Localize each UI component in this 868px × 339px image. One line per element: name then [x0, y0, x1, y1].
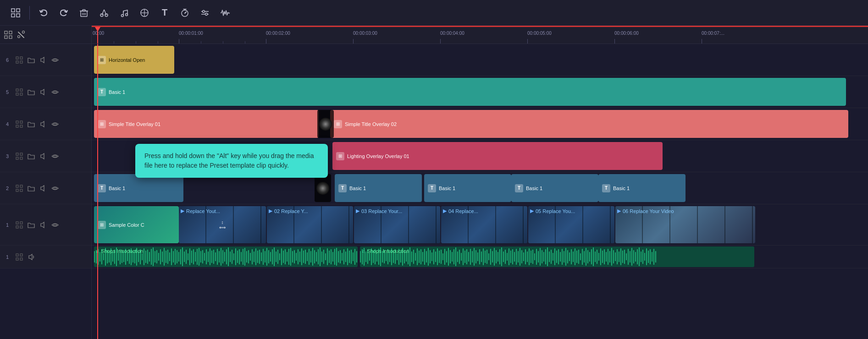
clip-basic1-t2a[interactable]: T Basic 1: [94, 174, 183, 202]
track-4-eye-icon[interactable]: [50, 120, 60, 129]
clip-replace-3[interactable]: ▶ 03 Replace Your...: [354, 206, 440, 243]
tracks-container[interactable]: ⊞ Horizontal Open T Basic 1 ⊞ Simple Tit…: [92, 44, 868, 339]
clip-shops-intro-1[interactable]: ♫ Shops Introduction: [94, 246, 358, 267]
svg-rect-54: [20, 153, 22, 155]
clip-simple-title-02[interactable]: ⊞ Simple Title Overlay 02: [330, 110, 848, 138]
track-5-audio-icon[interactable]: [39, 87, 48, 97]
text-button[interactable]: T: [156, 5, 173, 21]
redo-button[interactable]: [55, 5, 72, 21]
svg-rect-227: [369, 253, 370, 261]
time-ruler[interactable]: 00:00 00:00:01:00 00:00:02:00 00:00:03:0…: [92, 26, 868, 44]
track-1-folder-icon[interactable]: [27, 220, 36, 230]
track-2-audio-icon[interactable]: [39, 184, 48, 193]
svg-marker-63: [41, 186, 44, 191]
track-2-folder-icon[interactable]: [27, 184, 36, 193]
svg-rect-292: [488, 253, 489, 261]
pan-button[interactable]: [136, 5, 153, 21]
timer-button[interactable]: [177, 5, 193, 21]
clip-horizontal-open-label: Horizontal Open: [109, 57, 145, 63]
track-6-folder-icon[interactable]: [27, 55, 36, 65]
track-2-eye-icon[interactable]: [50, 184, 60, 193]
clip-basic1-t2b[interactable]: T Basic 1: [335, 174, 422, 202]
ruler-time-5: 00:00:05:00: [527, 31, 552, 36]
add-track-button[interactable]: [4, 30, 13, 39]
svg-rect-342: [580, 253, 581, 261]
undo-button[interactable]: [35, 5, 52, 21]
track-5-eye-icon[interactable]: [50, 87, 60, 97]
svg-marker-69: [41, 222, 44, 228]
track-6-audio-icon[interactable]: [39, 55, 48, 65]
svg-rect-1: [17, 9, 20, 12]
drag-indicator: ↕ ⟺: [219, 220, 226, 230]
svg-rect-242: [397, 253, 398, 261]
audio-track-volume-icon[interactable]: [27, 252, 36, 262]
track-4-folder-icon[interactable]: [27, 120, 36, 129]
svg-point-77: [316, 182, 329, 195]
svg-rect-47: [16, 121, 18, 123]
track-2-grid-icon: [15, 184, 24, 193]
clip-replace-6[interactable]: ▶ 06 Replace Your Video: [615, 206, 755, 243]
clip-basic1-track5[interactable]: T Basic 1: [94, 78, 846, 106]
equalizer-button[interactable]: [197, 5, 213, 21]
clip-replace-5-header: ▶ 05 Replace You...: [530, 208, 613, 214]
svg-rect-204: [325, 253, 326, 261]
clip-lighting-overlay-label: Lighting Overlay Overlay 01: [347, 153, 409, 159]
track-1-eye-icon[interactable]: [50, 220, 60, 230]
track-3-audio-icon[interactable]: [39, 152, 48, 161]
clip-lighting-overlay-icon: ⊞: [336, 152, 344, 160]
clip-replace-6-label: 06 Replace Your Video: [623, 208, 674, 214]
svg-point-15: [126, 13, 128, 16]
svg-rect-68: [20, 226, 22, 228]
grid-icon[interactable]: [7, 5, 24, 21]
cut-button[interactable]: [96, 5, 112, 21]
clip-shops-intro-1-header: ♫ Shops Introduction: [96, 248, 356, 254]
clip-basic1-t2d-icon: T: [515, 184, 523, 192]
track-row-1-main: ⊞ Sample Color C ↕ ⟺ ▶ Replace Yout: [92, 204, 868, 246]
svg-rect-66: [20, 222, 22, 224]
svg-rect-179: [279, 253, 280, 261]
clip-replace-4-header: ▶ 04 Replace...: [443, 208, 525, 214]
alt-key-tooltip: Press and hold down the "Alt" key while …: [135, 144, 328, 178]
music-button[interactable]: [116, 5, 133, 21]
svg-rect-129: [188, 253, 188, 261]
track-5-folder-icon[interactable]: [27, 87, 36, 97]
clip-sample-color[interactable]: ⊞ Sample Color C: [94, 206, 179, 243]
clip-replace-5[interactable]: ▶ 05 Replace You...: [528, 206, 614, 243]
clip-simple-title-02-label: Simple Title Overlay 02: [345, 121, 397, 127]
track-row-5: T Basic 1: [92, 76, 868, 108]
clip-lighting-overlay-01[interactable]: ⊞ Lighting Overlay Overlay 01: [332, 142, 663, 170]
clip-basic1-t2c[interactable]: T Basic 1: [424, 174, 511, 202]
svg-point-70: [54, 224, 56, 226]
track-3-eye-icon[interactable]: [50, 152, 60, 161]
clip-replace-2[interactable]: ▶ 02 Replace Y...: [267, 206, 353, 243]
svg-marker-39: [41, 57, 44, 63]
track-6-eye-icon[interactable]: [50, 55, 60, 65]
clip-shops-intro-2[interactable]: ♫ Shops Introduction: [360, 246, 754, 267]
clip-basic1-t2d[interactable]: T Basic 1: [511, 174, 598, 202]
audio-track-grid-icon: [15, 252, 24, 262]
svg-rect-36: [20, 57, 22, 59]
toolbar-divider-1: [29, 6, 30, 20]
svg-rect-213: [342, 253, 343, 261]
track-4-audio-icon[interactable]: [39, 120, 48, 129]
svg-rect-352: [598, 253, 599, 261]
delete-button[interactable]: [76, 5, 92, 21]
track-1-audio-icon[interactable]: [39, 220, 48, 230]
clip-replace-1[interactable]: ↕ ⟺ ▶ Replace Yout...: [179, 206, 266, 243]
svg-rect-42: [20, 89, 22, 91]
clip-shops-intro-1-label: Shops Introduction: [101, 248, 144, 254]
svg-rect-78: [94, 251, 95, 262]
waveform-button[interactable]: [217, 5, 233, 21]
transition-clip-2[interactable]: [315, 174, 331, 202]
track-3-folder-icon[interactable]: [27, 152, 36, 161]
clip-horizontal-open[interactable]: ⊞ Horizontal Open: [94, 46, 174, 74]
clip-replace-4[interactable]: ▶ 04 Replace...: [441, 206, 527, 243]
transition-clip-4[interactable]: [317, 110, 334, 138]
clip-simple-title-01-icon: ⊞: [98, 120, 106, 128]
svg-marker-75: [29, 254, 32, 260]
clip-basic1-t2e[interactable]: T Basic 1: [598, 174, 686, 202]
clip-replace-6-header: ▶ 06 Replace Your Video: [617, 208, 753, 214]
clip-simple-title-01[interactable]: ⊞ Simple Title Overlay 01: [94, 110, 319, 138]
razor-tool-button[interactable]: [17, 30, 26, 39]
track-3-grid-icon: [15, 152, 24, 161]
